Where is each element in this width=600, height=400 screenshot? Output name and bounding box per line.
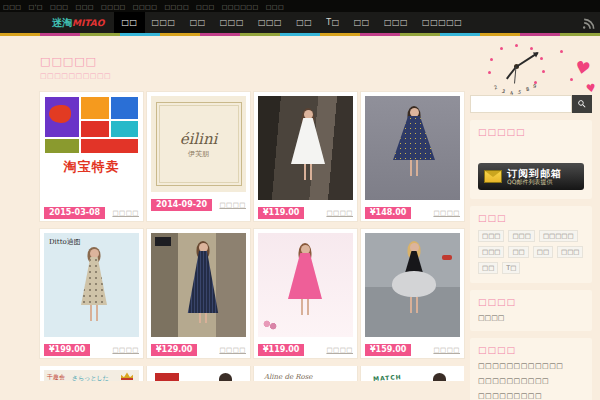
post-thumbnail[interactable]: éilini 伊芙朋 bbox=[151, 96, 246, 192]
tag-link-tshirt[interactable]: T□ bbox=[502, 262, 520, 274]
widget-heading: □□□□ bbox=[478, 297, 584, 307]
nav-item-tshirt[interactable]: T□ bbox=[319, 12, 346, 33]
search-bar bbox=[470, 95, 592, 113]
post-thumbnail[interactable]: 淘宝特卖 bbox=[44, 96, 139, 200]
thumbnail-text: 千趣会 bbox=[47, 373, 65, 381]
top-utility-bar: □□□ □'□ □□□ □□□ □□□□ □□□□ □□□□ □□□ □□□□□… bbox=[0, 0, 600, 12]
tags-widget: □□□ □□□ □□□ □□□□□ □□□ □□ □□ □□□ □□ T□ bbox=[470, 206, 592, 283]
post-card[interactable]: 千趣会 さらっとした bbox=[40, 366, 143, 381]
clock-decoration: 2 3 4 5 8 9 ♥ ♥ bbox=[470, 40, 592, 93]
post-thumbnail[interactable] bbox=[258, 96, 353, 200]
tag-link[interactable]: □□□ bbox=[557, 246, 583, 258]
envelope-icon bbox=[484, 170, 502, 183]
recent-post-link[interactable]: □□□□□□□□□□ bbox=[478, 377, 584, 385]
subscribe-email-button[interactable]: 订阅到邮箱 QQ邮件列表提供 bbox=[478, 163, 584, 190]
post-card[interactable]: 淘宝特卖 2015-03-08 □□□□ bbox=[40, 92, 143, 221]
post-card[interactable]: Aline de Rose bbox=[254, 366, 357, 381]
post-thumbnail[interactable] bbox=[258, 233, 353, 337]
main-content: □□□□□ □□□□□□□□□□ 淘宝特卖 2015-03-08 □□□□ bbox=[40, 36, 464, 400]
nav-item-2[interactable]: □□ bbox=[183, 12, 213, 33]
site-logo[interactable]: 迷淘 MITAO bbox=[52, 12, 104, 33]
thumbnail-text: さらっとした bbox=[72, 374, 109, 381]
taobao-sale-mosaic bbox=[44, 96, 139, 154]
topbar-link[interactable]: □□□ bbox=[3, 3, 22, 10]
view-details-link[interactable]: □□□□ bbox=[433, 209, 460, 217]
view-details-link[interactable]: □□□□ bbox=[326, 346, 353, 354]
price-badge: ¥148.00 bbox=[365, 207, 411, 219]
price-badge: ¥119.00 bbox=[258, 207, 304, 219]
section-subheading: □□□□□□□□□□ bbox=[40, 72, 464, 80]
post-card[interactable]: ¥148.00 □□□□ bbox=[361, 92, 464, 221]
logo-cn: 迷淘 bbox=[52, 16, 72, 30]
view-details-link[interactable]: □□□□ bbox=[326, 209, 353, 217]
nav-item-home[interactable]: □□ bbox=[114, 12, 144, 33]
nav-item-4[interactable]: □□□ bbox=[251, 12, 289, 33]
sidebar-link[interactable]: □□□□ bbox=[478, 314, 584, 322]
topbar-link[interactable]: □□□ bbox=[266, 3, 285, 10]
post-card[interactable]: ¥129.00 □□□□ bbox=[147, 229, 250, 358]
recent-post-link[interactable]: □□□□□□□□□□□□ bbox=[478, 362, 584, 370]
post-card[interactable]: Ditto迪图 ¥199.00 □□□□ bbox=[40, 229, 143, 358]
subscribe-widget: □□□□□ 订阅到邮箱 QQ邮件列表提供 bbox=[470, 120, 592, 199]
logo-en: MITAO bbox=[72, 18, 104, 28]
tag-link[interactable]: □□□ bbox=[478, 230, 504, 242]
nav-menu: □□ □□□ □□ □□□ □□□ □□ T□ □□ □□□ □□□□□ bbox=[114, 12, 469, 33]
post-card[interactable]: ¥119.00 □□□□ bbox=[254, 229, 357, 358]
topbar-link[interactable]: □'□ bbox=[29, 3, 44, 10]
topbar-link[interactable]: □□□□ bbox=[133, 3, 158, 10]
search-input[interactable] bbox=[470, 95, 572, 113]
nav-item-8[interactable]: □□□ bbox=[377, 12, 415, 33]
recent-posts-widget: □□□□ □□□□□□□□□□□□ □□□□□□□□□□ □□□□□□□□□ □… bbox=[470, 338, 592, 400]
brand-name: éilini bbox=[180, 130, 218, 148]
tag-link[interactable]: □□□□□ bbox=[539, 230, 578, 242]
tag-link[interactable]: □□ bbox=[508, 246, 528, 258]
nav-item-1[interactable]: □□□ bbox=[145, 12, 183, 33]
post-thumbnail[interactable]: Ditto迪图 bbox=[44, 233, 139, 337]
brand-logo-block bbox=[155, 373, 179, 381]
recent-post-link[interactable]: □□□□□□□□□ bbox=[478, 392, 584, 400]
post-thumbnail[interactable] bbox=[365, 96, 460, 200]
rss-icon[interactable] bbox=[582, 16, 595, 35]
view-details-link[interactable]: □□□□ bbox=[112, 346, 139, 354]
search-button[interactable] bbox=[572, 95, 592, 113]
post-card[interactable]: ¥119.00 □□□□ bbox=[254, 92, 357, 221]
brand-watermark: Ditto迪图 bbox=[49, 237, 81, 247]
topbar-link[interactable]: □□□ bbox=[196, 3, 215, 10]
post-card[interactable] bbox=[147, 366, 250, 381]
nav-item-7[interactable]: □□ bbox=[347, 12, 377, 33]
subscribe-subtitle: QQ邮件列表提供 bbox=[507, 179, 562, 186]
post-card[interactable]: ¥159.00 □□□□ bbox=[361, 229, 464, 358]
brand-arc-text: MATCH bbox=[373, 373, 402, 381]
widget-heading: □□□□□ bbox=[478, 127, 584, 137]
post-thumbnail[interactable] bbox=[151, 233, 246, 337]
model-photo bbox=[433, 373, 446, 381]
price-badge: ¥129.00 bbox=[151, 344, 197, 356]
tag-link[interactable]: □□□ bbox=[508, 230, 534, 242]
price-badge: ¥159.00 bbox=[365, 344, 411, 356]
tag-link[interactable]: □□ bbox=[478, 262, 498, 274]
post-thumbnail[interactable] bbox=[365, 233, 460, 337]
tag-link[interactable]: □□□ bbox=[478, 246, 504, 258]
post-card[interactable]: MATCH bbox=[361, 366, 464, 381]
view-details-link[interactable]: □□□□ bbox=[112, 209, 139, 217]
nav-item-5[interactable]: □□ bbox=[289, 12, 319, 33]
topbar-link[interactable]: □□□ bbox=[50, 3, 69, 10]
topbar-link[interactable]: □□□ bbox=[76, 3, 95, 10]
date-badge: 2014-09-20 bbox=[151, 199, 212, 211]
nav-item-9[interactable]: □□□□□ bbox=[415, 12, 469, 33]
price-badge: ¥199.00 bbox=[44, 344, 90, 356]
tag-link[interactable]: □□ bbox=[533, 246, 553, 258]
view-details-link[interactable]: □□□□ bbox=[219, 346, 246, 354]
nav-item-3[interactable]: □□□ bbox=[213, 12, 251, 33]
post-grid-truncated: 千趣会 さらっとした Aline de Rose MATCH bbox=[40, 366, 464, 381]
model-photo bbox=[219, 373, 232, 381]
topbar-link[interactable]: □□□□ bbox=[164, 3, 189, 10]
image-watermark bbox=[155, 237, 171, 246]
view-details-link[interactable]: □□□□ bbox=[219, 201, 246, 209]
view-details-link[interactable]: □□□□ bbox=[433, 346, 460, 354]
topbar-link[interactable]: □□□□ bbox=[101, 3, 126, 10]
post-card[interactable]: éilini 伊芙朋 2014-09-20 □□□□ bbox=[147, 92, 250, 221]
topbar-link[interactable]: □□□□□□ bbox=[222, 3, 259, 10]
brand-name-cn: 伊芙朋 bbox=[188, 149, 209, 159]
brand-frame: éilini 伊芙朋 bbox=[156, 102, 242, 186]
